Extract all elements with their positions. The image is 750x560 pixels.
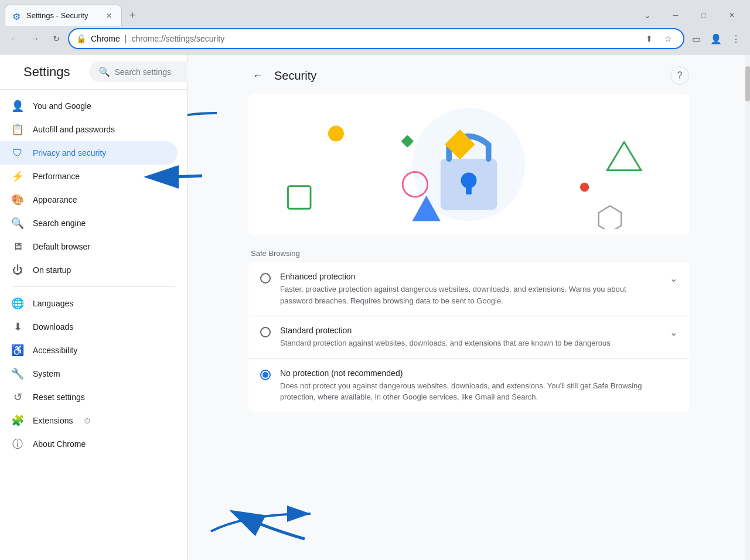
sidebar-label-performance: Performance <box>33 172 80 181</box>
sidebar-label-languages: Languages <box>33 299 73 308</box>
security-illustration <box>248 94 689 235</box>
tab-close-button[interactable]: ✕ <box>104 11 114 21</box>
content-panel: ← Security ? <box>234 54 703 424</box>
active-tab[interactable]: ⚙ Settings - Security ✕ <box>5 5 122 26</box>
close-button[interactable]: ✕ <box>718 5 745 26</box>
address-bar-row: ← → ↻ 🔒 Chrome | chrome://settings/secur… <box>0 26 750 54</box>
sidebar-item-languages[interactable]: 🌐 Languages <box>0 292 178 315</box>
enhanced-protection-option[interactable]: Enhanced protection Faster, proactive pr… <box>248 262 689 316</box>
settings-title: Settings <box>23 64 70 80</box>
enhanced-text: Enhanced protection Faster, proactive pr… <box>280 272 660 306</box>
address-origin: Chrome <box>91 34 120 43</box>
share-icon[interactable]: ⬆ <box>641 30 657 47</box>
page-header: ← Security ? <box>248 66 689 85</box>
tab-bar: ⚙ Settings - Security ✕ + ⌄ ─ □ ✕ <box>0 0 750 26</box>
address-box[interactable]: 🔒 Chrome | chrome://settings/security ⬆ … <box>68 28 684 49</box>
minimize-button[interactable]: ─ <box>662 5 689 26</box>
external-link-icon: ⬡ <box>84 417 90 425</box>
palette-icon: 🎨 <box>12 194 23 206</box>
svg-rect-10 <box>288 186 311 209</box>
puzzle-icon: 🧩 <box>12 415 23 426</box>
svg-rect-11 <box>401 135 414 148</box>
no-protection-option[interactable]: No protection (not recommended) Does not… <box>248 359 689 412</box>
chrome-icon: ⓘ <box>12 438 23 450</box>
scrollbar-thumb[interactable] <box>745 66 750 101</box>
standard-radio[interactable] <box>260 327 271 337</box>
magnify-icon: 🔍 <box>12 217 23 229</box>
sidebar-item-downloads[interactable]: ⬇ Downloads <box>0 315 178 339</box>
sidebar-item-system[interactable]: 🔧 System <box>0 362 178 385</box>
shield-icon: 🛡 <box>12 147 23 159</box>
svg-marker-16 <box>599 206 622 229</box>
sidebar-item-performance[interactable]: ⚡ Performance <box>0 165 178 188</box>
power-icon: ⏻ <box>12 264 23 276</box>
tab-favicon: ⚙ <box>12 11 22 21</box>
clipboard-icon: 📋 <box>12 124 23 135</box>
reset-icon: ↺ <box>12 391 23 403</box>
settings-header: Settings 🔍 <box>0 54 187 90</box>
svg-marker-17 <box>607 142 641 170</box>
standard-title: Standard protection <box>280 326 660 335</box>
enhanced-chevron-icon[interactable]: ⌄ <box>670 273 677 284</box>
back-button[interactable]: ← <box>5 29 23 48</box>
sidebar-item-autofill[interactable]: 📋 Autofill and passwords <box>0 118 178 141</box>
split-view-button[interactable]: ▭ <box>687 29 705 48</box>
safe-browsing-options: Enhanced protection Faster, proactive pr… <box>248 262 689 412</box>
radio-selected-dot <box>262 372 268 378</box>
no-protection-title: No protection (not recommended) <box>280 368 677 378</box>
sidebar-divider <box>12 286 175 287</box>
wrench-icon: 🔧 <box>12 368 23 380</box>
sidebar-label-appearance: Appearance <box>33 195 77 204</box>
sidebar-item-privacy-security[interactable]: 🛡 Privacy and security <box>0 141 178 165</box>
sidebar-item-you-and-google[interactable]: 👤 You and Google <box>0 94 178 118</box>
browser-chrome: ⚙ Settings - Security ✕ + ⌄ ─ □ ✕ ← → ↻ … <box>0 0 750 54</box>
sidebar-item-on-startup[interactable]: ⏻ On startup <box>0 258 178 282</box>
address-path: chrome://settings/security <box>131 34 224 43</box>
standard-protection-option[interactable]: Standard protection Standard protection … <box>248 316 689 359</box>
profile-button[interactable]: 👤 <box>707 29 725 48</box>
enhanced-desc: Faster, proactive protection against dan… <box>280 284 660 306</box>
help-button[interactable]: ? <box>670 66 689 85</box>
scrollbar[interactable] <box>745 54 750 560</box>
enhanced-radio[interactable] <box>260 273 271 284</box>
sidebar-item-reset-settings[interactable]: ↺ Reset settings <box>0 385 178 409</box>
maximize-button[interactable]: □ <box>690 5 717 26</box>
tab-overflow-button[interactable]: ⌄ <box>634 5 661 26</box>
person-icon: 👤 <box>12 100 23 112</box>
sidebar-item-default-browser[interactable]: 🖥 Default browser <box>0 235 178 258</box>
sidebar-item-accessibility[interactable]: ♿ Accessibility <box>0 339 178 362</box>
sidebar-item-about-chrome[interactable]: ⓘ About Chrome <box>0 432 178 456</box>
page-back-button[interactable]: ← <box>248 66 267 85</box>
sidebar-item-appearance[interactable]: 🎨 Appearance <box>0 188 178 211</box>
help-icon: ? <box>677 70 683 81</box>
new-tab-button[interactable]: + <box>124 7 141 23</box>
svg-point-15 <box>580 183 589 192</box>
browser-icon: 🖥 <box>12 241 23 252</box>
browser-actions: ▭ 👤 ⋮ <box>687 29 745 48</box>
settings-app: Settings 🔍 👤 You and Google 📋 Autofill a… <box>0 54 750 560</box>
sidebar-item-extensions[interactable]: 🧩 Extensions ⬡ <box>0 409 178 432</box>
bookmark-icon[interactable]: ☆ <box>660 30 676 47</box>
sidebar-label-you-and-google: You and Google <box>33 101 91 111</box>
back-arrow-icon: ← <box>253 70 263 82</box>
safe-browsing-section-label: Safe Browsing <box>248 249 689 258</box>
menu-button[interactable]: ⋮ <box>727 29 745 48</box>
globe-icon: 🌐 <box>12 298 23 309</box>
sidebar-item-search-engine[interactable]: 🔍 Search engine <box>0 211 178 235</box>
sidebar-label-default-browser: Default browser <box>33 242 90 251</box>
address-separator: | <box>125 34 127 43</box>
standard-chevron-icon[interactable]: ⌄ <box>670 327 677 338</box>
sidebar-label-system: System <box>33 369 60 378</box>
svg-point-9 <box>328 125 344 141</box>
gauge-icon: ⚡ <box>12 170 23 182</box>
search-icon: 🔍 <box>98 66 110 77</box>
forward-button[interactable]: → <box>26 29 45 48</box>
sidebar-label-reset-settings: Reset settings <box>33 392 85 402</box>
page-title: Security <box>274 69 663 83</box>
no-protection-radio[interactable] <box>260 370 271 380</box>
tab-title: Settings - Security <box>26 11 99 20</box>
sidebar-label-autofill: Autofill and passwords <box>33 125 115 134</box>
sidebar-label-privacy-security: Privacy and security <box>33 148 106 158</box>
svg-rect-8 <box>466 185 472 194</box>
reload-button[interactable]: ↻ <box>47 29 66 48</box>
